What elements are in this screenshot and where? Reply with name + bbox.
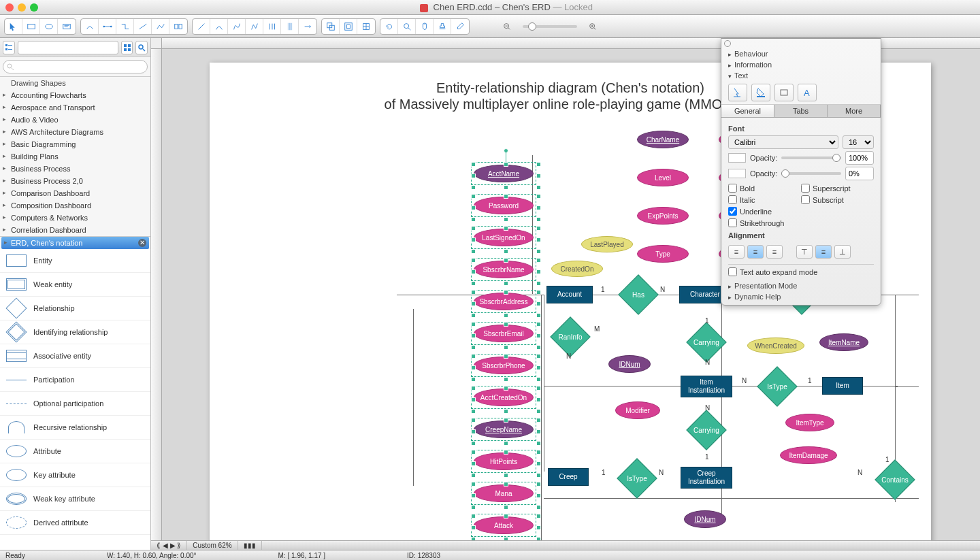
stencil-item[interactable]: Participation [0,368,150,392]
text-opacity-slider[interactable] [781,157,841,159]
stencil-item[interactable]: Key attribute [0,463,150,487]
connector-tool-2[interactable] [99,19,116,34]
line-tool-3[interactable] [228,19,246,34]
attribute-hitpoints[interactable]: HitPoints [474,452,534,470]
stencil-list[interactable]: EntityWeak entityRelationshipIdentifying… [0,249,150,550]
text-underline-cursor-icon[interactable] [728,84,747,101]
attribute-exppoints[interactable]: ExpPoints [637,207,689,225]
close-button[interactable] [5,3,14,12]
superscript-checkbox[interactable]: Superscript [801,182,874,194]
valign-bottom[interactable]: ⊥ [834,245,851,259]
category-item[interactable]: Building Plans [0,150,150,163]
stencil-item[interactable]: Optional participation [0,392,150,416]
eyedropper-tool[interactable] [451,19,469,34]
category-item[interactable]: Business Process 2,0 [0,175,150,187]
panel-close-icon[interactable] [724,40,731,47]
rel-istype[interactable]: IsType [757,376,798,397]
panel-section-behaviour[interactable]: Behaviour [721,48,881,59]
entity-creep[interactable]: Creep [548,468,589,486]
bold-checkbox[interactable]: Bold [728,182,801,194]
rel-carrying2[interactable]: Carrying [686,420,727,440]
refresh-tool[interactable] [380,19,398,34]
category-item[interactable]: Composition Dashboard [0,199,150,212]
panel-section-presentation[interactable]: Presentation Mode [721,280,881,291]
attribute-whencreated[interactable]: WhenCreated [747,337,804,354]
stencil-item[interactable]: Recursive relationship [0,416,150,440]
zoom-button[interactable] [30,3,38,12]
attribute-mana[interactable]: Mana [474,484,534,502]
ellipse-tool[interactable] [40,19,58,34]
category-item[interactable]: Accounting Flowcharts [0,89,150,101]
subscript-checkbox[interactable]: Subscript [801,194,874,205]
category-item[interactable]: Comparison Dashboard [0,187,150,199]
search-toggle-icon[interactable] [135,41,148,54]
category-list[interactable]: Drawing Shapes Accounting FlowchartsAero… [0,77,150,237]
line-tool-7[interactable] [299,19,316,34]
rel-raninfo[interactable]: RanInfo [550,327,591,347]
entity-creepinstantiation[interactable]: Creep Instantiation [681,467,732,489]
group-tool-3[interactable] [357,19,375,34]
panel-section-help[interactable]: Dynamic Help [721,291,881,305]
properties-panel[interactable]: Behaviour Information Text A General Tab… [721,38,881,306]
panel-tab-tabs[interactable]: Tabs [774,105,828,117]
category-item[interactable]: Basic Diagramming [0,138,150,150]
zoom-in-icon[interactable] [584,19,602,34]
underline-checkbox[interactable]: Underline [728,205,801,217]
connector-tool-1[interactable] [81,19,99,34]
stencil-item[interactable]: Relationship [0,297,150,320]
minimize-button[interactable] [18,3,26,12]
category-item[interactable]: Business Process [0,163,150,175]
strikethrough-checkbox[interactable]: Strikethrough [728,217,801,229]
connector-tool-6[interactable] [169,19,187,34]
entity-account[interactable]: Account [546,286,593,303]
stamp-tool[interactable] [434,19,451,34]
font-select[interactable]: Calibri [728,135,838,149]
rectangle-tool[interactable] [22,19,40,34]
attribute-itemdamage[interactable]: ItemDamage [780,446,837,464]
attribute-acctname[interactable]: AcctName [474,165,534,182]
category-item[interactable]: Aerospace and Transport [0,101,150,114]
align-left[interactable]: ≡ [728,245,745,259]
library-filter-input[interactable] [18,41,118,54]
category-item[interactable]: Audio & Video [0,114,150,126]
group-tool-1[interactable] [322,19,340,34]
text-opacity-value[interactable] [845,151,874,165]
stencil-item[interactable]: Weak key attribute [0,487,150,511]
text-color-swatch[interactable] [728,153,746,163]
search-input[interactable] [3,60,148,73]
attribute-sbscrbremail[interactable]: SbscrbrEmail [474,325,534,342]
text-fill-icon[interactable] [751,84,770,101]
panel-tab-general[interactable]: General [721,105,774,117]
category-item[interactable]: Correlation Dashboard [0,224,150,236]
rel-istype2[interactable]: IsType [617,468,657,489]
attribute-type[interactable]: Type [637,245,689,263]
category-item[interactable]: Computers & Networks [0,212,150,224]
valign-middle[interactable]: ≡ [815,245,832,259]
line-tool-4[interactable] [246,19,263,34]
line-tool-5[interactable] [263,19,281,34]
text-box-icon[interactable] [774,84,794,101]
rel-has[interactable]: Has [618,284,659,305]
line-tool-6[interactable] [281,19,299,34]
pan-tool[interactable] [416,19,434,34]
attribute-lastsignedon[interactable]: LastSignedOn [474,229,534,246]
attribute-creepname[interactable]: CreepName [474,421,534,438]
connector-tool-5[interactable] [152,19,169,34]
attribute-acctcreatedon[interactable]: AcctCreatedOn [474,389,534,406]
connector-tool-4[interactable] [134,19,152,34]
attribute-itemname[interactable]: ItemName [819,333,868,351]
align-right[interactable]: ≡ [766,245,783,259]
align-center[interactable]: ≡ [747,245,764,259]
rel-contains2[interactable]: Contains [875,470,915,490]
fill-opacity-value[interactable] [845,167,874,180]
library-tree-icon[interactable] [3,41,15,54]
attribute-idnum2[interactable]: IDNum [684,510,726,528]
pointer-tool[interactable] [5,19,22,34]
stencil-item[interactable]: Associative entity [0,344,150,368]
magnify-tool[interactable] [398,19,416,34]
text-tool[interactable] [58,19,76,34]
panel-section-text[interactable]: Text [721,70,881,81]
stencil-item[interactable]: Weak entity [0,273,150,297]
entity-item[interactable]: Item [822,377,863,395]
panel-tab-more[interactable]: More [828,105,881,117]
